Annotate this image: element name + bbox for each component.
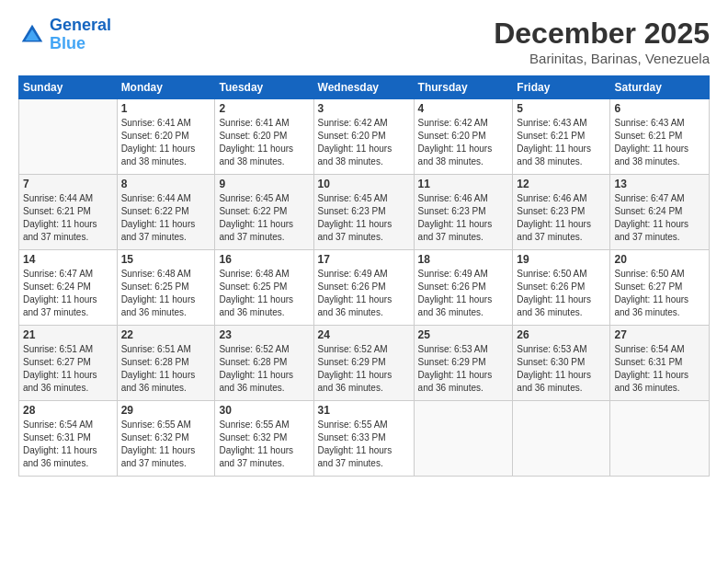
day-info: Sunrise: 6:42 AM Sunset: 6:20 PM Dayligh…	[418, 117, 509, 168]
day-info: Sunrise: 6:49 AM Sunset: 6:26 PM Dayligh…	[318, 268, 410, 319]
day-info: Sunrise: 6:49 AM Sunset: 6:26 PM Dayligh…	[418, 268, 509, 319]
day-number: 17	[318, 253, 410, 266]
calendar-day: 16Sunrise: 6:48 AM Sunset: 6:25 PM Dayli…	[215, 250, 313, 326]
day-number: 11	[418, 178, 509, 190]
logo: General Blue	[18, 17, 111, 53]
calendar-day: 3Sunrise: 6:42 AM Sunset: 6:20 PM Daylig…	[313, 99, 414, 175]
day-info: Sunrise: 6:50 AM Sunset: 6:27 PM Dayligh…	[614, 268, 705, 319]
calendar-week-2: 7Sunrise: 6:44 AM Sunset: 6:21 PM Daylig…	[19, 175, 710, 250]
day-number: 2	[219, 102, 309, 115]
calendar-day: 9Sunrise: 6:45 AM Sunset: 6:22 PM Daylig…	[215, 175, 313, 250]
main-title: December 2025	[494, 17, 710, 51]
day-info: Sunrise: 6:48 AM Sunset: 6:25 PM Dayligh…	[219, 268, 309, 319]
day-info: Sunrise: 6:55 AM Sunset: 6:33 PM Dayligh…	[318, 419, 410, 470]
day-info: Sunrise: 6:47 AM Sunset: 6:24 PM Dayligh…	[614, 192, 705, 244]
calendar-day: 1Sunrise: 6:41 AM Sunset: 6:20 PM Daylig…	[117, 99, 215, 175]
calendar-day	[414, 401, 513, 477]
page-header: General Blue December 2025 Barinitas, Ba…	[18, 17, 710, 66]
day-number: 29	[121, 404, 211, 417]
day-info: Sunrise: 6:55 AM Sunset: 6:32 PM Dayligh…	[121, 419, 211, 470]
day-number: 1	[121, 102, 211, 115]
day-number: 27	[614, 328, 705, 341]
calendar-day: 29Sunrise: 6:55 AM Sunset: 6:32 PM Dayli…	[117, 401, 215, 477]
day-info: Sunrise: 6:45 AM Sunset: 6:22 PM Dayligh…	[219, 192, 309, 244]
calendar-day: 30Sunrise: 6:55 AM Sunset: 6:32 PM Dayli…	[215, 401, 313, 477]
calendar-day: 26Sunrise: 6:53 AM Sunset: 6:30 PM Dayli…	[513, 326, 610, 401]
calendar-day	[610, 401, 710, 477]
day-number: 12	[517, 178, 606, 190]
title-block: December 2025 Barinitas, Barinas, Venezu…	[494, 17, 710, 66]
calendar-week-4: 21Sunrise: 6:51 AM Sunset: 6:27 PM Dayli…	[19, 326, 710, 401]
day-number: 8	[121, 178, 211, 190]
day-info: Sunrise: 6:51 AM Sunset: 6:27 PM Dayligh…	[23, 343, 113, 395]
logo-icon	[18, 21, 46, 49]
col-friday: Friday	[513, 76, 610, 99]
day-number: 19	[517, 253, 606, 266]
calendar-day	[19, 99, 118, 175]
day-number: 23	[219, 328, 309, 341]
day-number: 18	[418, 253, 509, 266]
day-number: 16	[219, 253, 309, 266]
calendar-day: 27Sunrise: 6:54 AM Sunset: 6:31 PM Dayli…	[610, 326, 710, 401]
day-number: 31	[318, 404, 410, 417]
calendar-day: 21Sunrise: 6:51 AM Sunset: 6:27 PM Dayli…	[19, 326, 118, 401]
calendar-week-1: 1Sunrise: 6:41 AM Sunset: 6:20 PM Daylig…	[19, 99, 710, 175]
day-number: 30	[219, 404, 309, 417]
calendar-day: 7Sunrise: 6:44 AM Sunset: 6:21 PM Daylig…	[19, 175, 118, 250]
calendar-day: 13Sunrise: 6:47 AM Sunset: 6:24 PM Dayli…	[610, 175, 710, 250]
calendar-header-row: Sunday Monday Tuesday Wednesday Thursday…	[19, 76, 710, 99]
day-number: 3	[318, 102, 410, 115]
day-number: 15	[121, 253, 211, 266]
day-number: 13	[614, 178, 705, 190]
calendar-day: 15Sunrise: 6:48 AM Sunset: 6:25 PM Dayli…	[117, 250, 215, 326]
calendar-day: 28Sunrise: 6:54 AM Sunset: 6:31 PM Dayli…	[19, 401, 118, 477]
calendar-day: 19Sunrise: 6:50 AM Sunset: 6:26 PM Dayli…	[513, 250, 610, 326]
calendar-day: 23Sunrise: 6:52 AM Sunset: 6:28 PM Dayli…	[215, 326, 313, 401]
logo-text: General Blue	[50, 17, 111, 53]
day-info: Sunrise: 6:45 AM Sunset: 6:23 PM Dayligh…	[318, 192, 410, 244]
day-info: Sunrise: 6:46 AM Sunset: 6:23 PM Dayligh…	[517, 192, 606, 244]
col-sunday: Sunday	[19, 76, 118, 99]
day-number: 25	[418, 328, 509, 341]
calendar-day	[513, 401, 610, 477]
day-info: Sunrise: 6:42 AM Sunset: 6:20 PM Dayligh…	[318, 117, 410, 168]
day-number: 20	[614, 253, 705, 266]
day-info: Sunrise: 6:50 AM Sunset: 6:26 PM Dayligh…	[517, 268, 606, 319]
day-info: Sunrise: 6:52 AM Sunset: 6:29 PM Dayligh…	[318, 343, 410, 395]
subtitle: Barinitas, Barinas, Venezuela	[494, 51, 710, 66]
day-number: 22	[121, 328, 211, 341]
day-info: Sunrise: 6:41 AM Sunset: 6:20 PM Dayligh…	[121, 117, 211, 168]
day-number: 10	[318, 178, 410, 190]
day-number: 9	[219, 178, 309, 190]
day-info: Sunrise: 6:47 AM Sunset: 6:24 PM Dayligh…	[23, 268, 113, 319]
day-number: 28	[23, 404, 113, 417]
day-info: Sunrise: 6:46 AM Sunset: 6:23 PM Dayligh…	[418, 192, 509, 244]
day-info: Sunrise: 6:51 AM Sunset: 6:28 PM Dayligh…	[121, 343, 211, 395]
col-tuesday: Tuesday	[215, 76, 313, 99]
day-number: 5	[517, 102, 606, 115]
day-info: Sunrise: 6:54 AM Sunset: 6:31 PM Dayligh…	[614, 343, 705, 395]
calendar-week-3: 14Sunrise: 6:47 AM Sunset: 6:24 PM Dayli…	[19, 250, 710, 326]
calendar-day: 6Sunrise: 6:43 AM Sunset: 6:21 PM Daylig…	[610, 99, 710, 175]
calendar-day: 14Sunrise: 6:47 AM Sunset: 6:24 PM Dayli…	[19, 250, 118, 326]
calendar-day: 17Sunrise: 6:49 AM Sunset: 6:26 PM Dayli…	[313, 250, 414, 326]
day-info: Sunrise: 6:53 AM Sunset: 6:29 PM Dayligh…	[418, 343, 509, 395]
calendar-table: Sunday Monday Tuesday Wednesday Thursday…	[18, 75, 710, 477]
calendar-day: 8Sunrise: 6:44 AM Sunset: 6:22 PM Daylig…	[117, 175, 215, 250]
calendar-day: 10Sunrise: 6:45 AM Sunset: 6:23 PM Dayli…	[313, 175, 414, 250]
col-thursday: Thursday	[414, 76, 513, 99]
day-number: 7	[23, 178, 113, 190]
day-number: 24	[318, 328, 410, 341]
calendar-day: 4Sunrise: 6:42 AM Sunset: 6:20 PM Daylig…	[414, 99, 513, 175]
day-number: 4	[418, 102, 509, 115]
calendar-week-5: 28Sunrise: 6:54 AM Sunset: 6:31 PM Dayli…	[19, 401, 710, 477]
day-info: Sunrise: 6:48 AM Sunset: 6:25 PM Dayligh…	[121, 268, 211, 319]
calendar-day: 18Sunrise: 6:49 AM Sunset: 6:26 PM Dayli…	[414, 250, 513, 326]
day-number: 21	[23, 328, 113, 341]
day-number: 6	[614, 102, 705, 115]
col-wednesday: Wednesday	[313, 76, 414, 99]
day-info: Sunrise: 6:44 AM Sunset: 6:21 PM Dayligh…	[23, 192, 113, 244]
calendar-day: 20Sunrise: 6:50 AM Sunset: 6:27 PM Dayli…	[610, 250, 710, 326]
day-info: Sunrise: 6:41 AM Sunset: 6:20 PM Dayligh…	[219, 117, 309, 168]
day-info: Sunrise: 6:44 AM Sunset: 6:22 PM Dayligh…	[121, 192, 211, 244]
